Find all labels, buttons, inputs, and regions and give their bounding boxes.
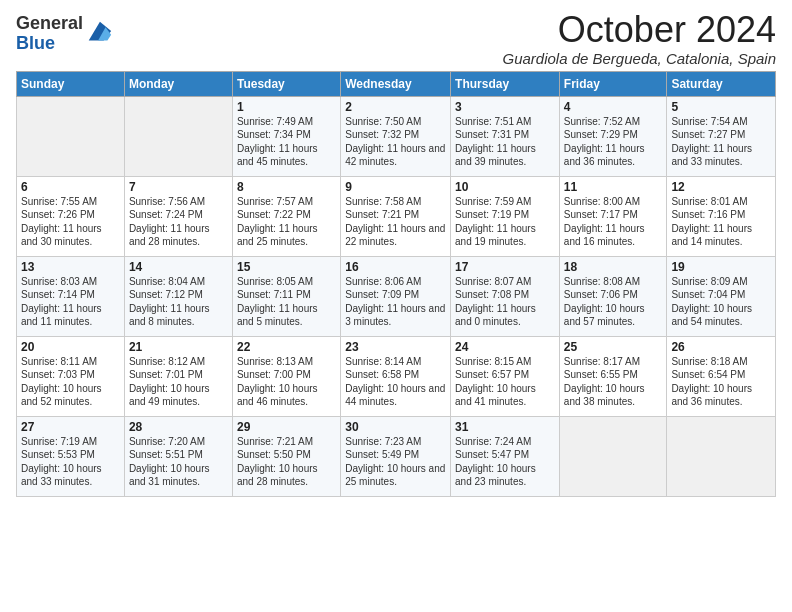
- day-cell: 28Sunrise: 7:20 AM Sunset: 5:51 PM Dayli…: [124, 416, 232, 496]
- title-block: October 2024 Guardiola de Bergueda, Cata…: [502, 10, 776, 67]
- day-number: 14: [129, 260, 228, 274]
- day-info: Sunrise: 7:19 AM Sunset: 5:53 PM Dayligh…: [21, 435, 120, 489]
- week-row-3: 13Sunrise: 8:03 AM Sunset: 7:14 PM Dayli…: [17, 256, 776, 336]
- day-info: Sunrise: 8:14 AM Sunset: 6:58 PM Dayligh…: [345, 355, 446, 409]
- day-number: 17: [455, 260, 555, 274]
- day-cell: 9Sunrise: 7:58 AM Sunset: 7:21 PM Daylig…: [341, 176, 451, 256]
- day-info: Sunrise: 7:50 AM Sunset: 7:32 PM Dayligh…: [345, 115, 446, 169]
- day-info: Sunrise: 7:51 AM Sunset: 7:31 PM Dayligh…: [455, 115, 555, 169]
- col-sunday: Sunday: [17, 71, 125, 96]
- day-info: Sunrise: 8:07 AM Sunset: 7:08 PM Dayligh…: [455, 275, 555, 329]
- day-info: Sunrise: 7:21 AM Sunset: 5:50 PM Dayligh…: [237, 435, 336, 489]
- day-number: 28: [129, 420, 228, 434]
- day-number: 8: [237, 180, 336, 194]
- logo-general: General: [16, 13, 83, 33]
- day-info: Sunrise: 7:56 AM Sunset: 7:24 PM Dayligh…: [129, 195, 228, 249]
- header: General Blue October 2024 Guardiola de B…: [16, 10, 776, 67]
- day-cell: 18Sunrise: 8:08 AM Sunset: 7:06 PM Dayli…: [559, 256, 667, 336]
- day-info: Sunrise: 8:09 AM Sunset: 7:04 PM Dayligh…: [671, 275, 771, 329]
- col-tuesday: Tuesday: [232, 71, 340, 96]
- day-cell: [17, 96, 125, 176]
- day-number: 2: [345, 100, 446, 114]
- week-row-2: 6Sunrise: 7:55 AM Sunset: 7:26 PM Daylig…: [17, 176, 776, 256]
- day-number: 11: [564, 180, 663, 194]
- logo: General Blue: [16, 14, 113, 54]
- day-number: 20: [21, 340, 120, 354]
- day-number: 31: [455, 420, 555, 434]
- day-number: 30: [345, 420, 446, 434]
- day-cell: 4Sunrise: 7:52 AM Sunset: 7:29 PM Daylig…: [559, 96, 667, 176]
- day-number: 19: [671, 260, 771, 274]
- day-info: Sunrise: 8:04 AM Sunset: 7:12 PM Dayligh…: [129, 275, 228, 329]
- day-cell: 20Sunrise: 8:11 AM Sunset: 7:03 PM Dayli…: [17, 336, 125, 416]
- day-number: 26: [671, 340, 771, 354]
- col-wednesday: Wednesday: [341, 71, 451, 96]
- day-info: Sunrise: 8:03 AM Sunset: 7:14 PM Dayligh…: [21, 275, 120, 329]
- day-number: 12: [671, 180, 771, 194]
- day-cell: 24Sunrise: 8:15 AM Sunset: 6:57 PM Dayli…: [451, 336, 560, 416]
- day-cell: 8Sunrise: 7:57 AM Sunset: 7:22 PM Daylig…: [232, 176, 340, 256]
- day-cell: 10Sunrise: 7:59 AM Sunset: 7:19 PM Dayli…: [451, 176, 560, 256]
- day-cell: 17Sunrise: 8:07 AM Sunset: 7:08 PM Dayli…: [451, 256, 560, 336]
- week-row-5: 27Sunrise: 7:19 AM Sunset: 5:53 PM Dayli…: [17, 416, 776, 496]
- logo-blue: Blue: [16, 33, 55, 53]
- day-info: Sunrise: 8:00 AM Sunset: 7:17 PM Dayligh…: [564, 195, 663, 249]
- month-title: October 2024: [502, 10, 776, 50]
- day-cell: 13Sunrise: 8:03 AM Sunset: 7:14 PM Dayli…: [17, 256, 125, 336]
- day-cell: 14Sunrise: 8:04 AM Sunset: 7:12 PM Dayli…: [124, 256, 232, 336]
- calendar-body: 1Sunrise: 7:49 AM Sunset: 7:34 PM Daylig…: [17, 96, 776, 496]
- day-cell: 21Sunrise: 8:12 AM Sunset: 7:01 PM Dayli…: [124, 336, 232, 416]
- page: General Blue October 2024 Guardiola de B…: [0, 0, 792, 507]
- day-info: Sunrise: 8:12 AM Sunset: 7:01 PM Dayligh…: [129, 355, 228, 409]
- day-info: Sunrise: 7:58 AM Sunset: 7:21 PM Dayligh…: [345, 195, 446, 249]
- day-info: Sunrise: 7:49 AM Sunset: 7:34 PM Dayligh…: [237, 115, 336, 169]
- day-info: Sunrise: 7:59 AM Sunset: 7:19 PM Dayligh…: [455, 195, 555, 249]
- day-info: Sunrise: 8:17 AM Sunset: 6:55 PM Dayligh…: [564, 355, 663, 409]
- day-number: 9: [345, 180, 446, 194]
- day-info: Sunrise: 7:23 AM Sunset: 5:49 PM Dayligh…: [345, 435, 446, 489]
- logo-icon: [85, 18, 113, 46]
- day-number: 21: [129, 340, 228, 354]
- day-cell: 29Sunrise: 7:21 AM Sunset: 5:50 PM Dayli…: [232, 416, 340, 496]
- day-cell: [124, 96, 232, 176]
- day-info: Sunrise: 7:54 AM Sunset: 7:27 PM Dayligh…: [671, 115, 771, 169]
- calendar-table: Sunday Monday Tuesday Wednesday Thursday…: [16, 71, 776, 497]
- week-row-4: 20Sunrise: 8:11 AM Sunset: 7:03 PM Dayli…: [17, 336, 776, 416]
- day-number: 13: [21, 260, 120, 274]
- day-info: Sunrise: 7:24 AM Sunset: 5:47 PM Dayligh…: [455, 435, 555, 489]
- calendar-header: Sunday Monday Tuesday Wednesday Thursday…: [17, 71, 776, 96]
- day-info: Sunrise: 7:57 AM Sunset: 7:22 PM Dayligh…: [237, 195, 336, 249]
- day-cell: 1Sunrise: 7:49 AM Sunset: 7:34 PM Daylig…: [232, 96, 340, 176]
- day-cell: 30Sunrise: 7:23 AM Sunset: 5:49 PM Dayli…: [341, 416, 451, 496]
- day-number: 5: [671, 100, 771, 114]
- day-info: Sunrise: 8:15 AM Sunset: 6:57 PM Dayligh…: [455, 355, 555, 409]
- day-info: Sunrise: 8:13 AM Sunset: 7:00 PM Dayligh…: [237, 355, 336, 409]
- day-info: Sunrise: 8:05 AM Sunset: 7:11 PM Dayligh…: [237, 275, 336, 329]
- day-number: 22: [237, 340, 336, 354]
- day-cell: [559, 416, 667, 496]
- day-number: 1: [237, 100, 336, 114]
- day-number: 23: [345, 340, 446, 354]
- day-number: 25: [564, 340, 663, 354]
- day-cell: 31Sunrise: 7:24 AM Sunset: 5:47 PM Dayli…: [451, 416, 560, 496]
- day-info: Sunrise: 8:11 AM Sunset: 7:03 PM Dayligh…: [21, 355, 120, 409]
- col-friday: Friday: [559, 71, 667, 96]
- day-cell: [667, 416, 776, 496]
- day-number: 15: [237, 260, 336, 274]
- col-thursday: Thursday: [451, 71, 560, 96]
- day-cell: 27Sunrise: 7:19 AM Sunset: 5:53 PM Dayli…: [17, 416, 125, 496]
- day-number: 7: [129, 180, 228, 194]
- day-cell: 26Sunrise: 8:18 AM Sunset: 6:54 PM Dayli…: [667, 336, 776, 416]
- day-cell: 7Sunrise: 7:56 AM Sunset: 7:24 PM Daylig…: [124, 176, 232, 256]
- day-cell: 11Sunrise: 8:00 AM Sunset: 7:17 PM Dayli…: [559, 176, 667, 256]
- day-info: Sunrise: 8:01 AM Sunset: 7:16 PM Dayligh…: [671, 195, 771, 249]
- day-cell: 12Sunrise: 8:01 AM Sunset: 7:16 PM Dayli…: [667, 176, 776, 256]
- day-info: Sunrise: 7:20 AM Sunset: 5:51 PM Dayligh…: [129, 435, 228, 489]
- header-row: Sunday Monday Tuesday Wednesday Thursday…: [17, 71, 776, 96]
- day-number: 18: [564, 260, 663, 274]
- col-saturday: Saturday: [667, 71, 776, 96]
- day-number: 4: [564, 100, 663, 114]
- week-row-1: 1Sunrise: 7:49 AM Sunset: 7:34 PM Daylig…: [17, 96, 776, 176]
- day-number: 3: [455, 100, 555, 114]
- day-info: Sunrise: 7:55 AM Sunset: 7:26 PM Dayligh…: [21, 195, 120, 249]
